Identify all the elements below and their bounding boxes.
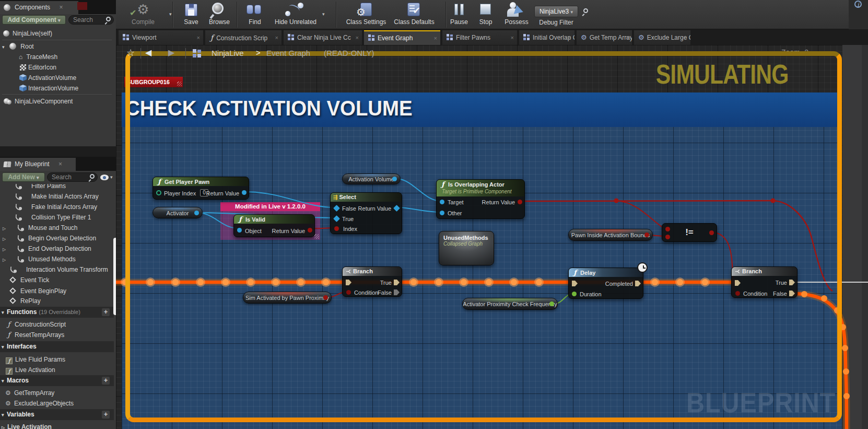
readonly-label: (READ-ONLY): [324, 49, 374, 57]
viewport-icon: [123, 34, 129, 40]
close-icon[interactable]: ×: [275, 30, 278, 45]
chevron-down-icon[interactable]: ▾: [110, 175, 113, 180]
close-icon[interactable]: ×: [626, 30, 629, 45]
expand-icon[interactable]: ▷: [3, 224, 7, 233]
tree-item-ninjalivecomponent[interactable]: NinjaLiveComponent: [0, 96, 114, 107]
add-function-button[interactable]: +: [102, 308, 110, 316]
function-icon: ƒ: [5, 330, 13, 340]
close-icon[interactable]: ×: [434, 31, 437, 45]
tab-initial-overlap[interactable]: Initial Overlap Che×: [519, 30, 574, 45]
close-icon[interactable]: ×: [356, 30, 359, 45]
save-button[interactable]: Save: [180, 2, 203, 26]
hide-unrelated-options-icon[interactable]: ▾: [322, 11, 325, 17]
class-defaults-button[interactable]: ✔ Class Defaults: [392, 2, 437, 26]
section-variables[interactable]: ▾Variables+: [0, 409, 114, 420]
tree-item-root[interactable]: ▾ Root: [0, 41, 114, 52]
visibility-eye-icon[interactable]: [100, 175, 109, 180]
tab-construction-script[interactable]: ƒConstruction Scrip×: [205, 30, 281, 45]
list-item[interactable]: ▷Mouse and Touch: [0, 223, 114, 233]
tree-item-self[interactable]: NinjaLive(self): [0, 28, 114, 39]
pause-button[interactable]: Pause: [444, 2, 474, 26]
section-functions[interactable]: ▾Functions(19 Overridable)+: [0, 307, 114, 318]
add-macro-button[interactable]: +: [102, 377, 110, 385]
browse-button[interactable]: Browse: [206, 2, 233, 26]
forward-arrow-icon[interactable]: ▶: [168, 48, 174, 57]
tab-get-temp-array[interactable]: ⚙Get Temp Array×: [577, 30, 632, 45]
components-search-input[interactable]: Search: [68, 15, 114, 25]
list-item[interactable]: RePlay: [0, 296, 114, 306]
possess-button[interactable]: Possess: [500, 2, 533, 26]
red-indicator: [77, 2, 87, 10]
expand-icon[interactable]: ▷: [3, 245, 7, 254]
info-search-icon[interactable]: i: [854, 1, 862, 8]
myblueprint-tab-row: My Blueprint ×: [0, 157, 116, 171]
debug-object-dropdown[interactable]: NinjaLive3 ▾: [534, 6, 578, 17]
stop-button[interactable]: Stop: [473, 2, 498, 26]
search-icon: [90, 174, 95, 179]
event-icon: [9, 287, 16, 294]
expand-icon[interactable]: ▷: [2, 423, 6, 429]
list-item[interactable]: ▷Unused Methods: [0, 254, 114, 264]
list-item[interactable]: ƒResetTempArrays: [0, 330, 114, 340]
add-new-button[interactable]: Add New ▾: [2, 172, 45, 182]
compile-options-icon[interactable]: ▾: [169, 11, 172, 17]
tree-item-editoricon[interactable]: EditorIcon: [0, 62, 114, 73]
tab-clear-ninja-live[interactable]: Clear Ninja Live Cc×: [284, 30, 362, 45]
spheres-icon2: [7, 100, 11, 105]
list-item[interactable]: Collision Type Filter 1: [0, 212, 114, 223]
close-icon[interactable]: ×: [568, 30, 571, 45]
find-button[interactable]: Find: [242, 2, 267, 26]
close-icon[interactable]: ×: [684, 30, 687, 45]
add-variable-button[interactable]: +: [102, 411, 110, 419]
list-item[interactable]: Filter Pawns: [0, 184, 114, 191]
expand-icon[interactable]: ▷: [3, 234, 7, 244]
list-item[interactable]: ⚙GetTempArray: [0, 388, 114, 398]
divider: [140, 48, 141, 59]
event-graph-canvas[interactable]: CHECK ACTIVATION VOLUME SUBGROUP016 SIMU…: [116, 45, 868, 429]
list-item[interactable]: Event BeginPlay: [0, 286, 114, 296]
list-item[interactable]: ▷Begin Overlap Detection: [0, 233, 114, 244]
myblueprint-list: Filter Pawns Make Initial Actors Array F…: [0, 184, 116, 429]
tree-item-interactionvolume[interactable]: InteractionVolume: [0, 83, 114, 94]
tab-viewport[interactable]: Viewport×: [119, 30, 203, 45]
close-icon[interactable]: ×: [58, 160, 62, 168]
list-item[interactable]: Make Initial Actors Array: [0, 191, 114, 202]
close-icon[interactable]: ×: [511, 30, 514, 45]
list-item[interactable]: Fake Initial Actors Array: [0, 202, 114, 212]
compile-button[interactable]: ⚙✔ Compile: [122, 2, 164, 26]
list-item[interactable]: ▷End Overlap Detection: [0, 244, 114, 254]
components-tab-label: Components: [15, 4, 50, 11]
expand-icon[interactable]: ▷: [3, 255, 7, 264]
debug-search-icon[interactable]: [583, 8, 588, 13]
graph-icon: [15, 214, 22, 221]
tree-item-activationvolume[interactable]: ActivationVolume: [0, 73, 114, 83]
breadcrumb-root[interactable]: NinjaLive: [212, 49, 244, 57]
list-item[interactable]: ⚙ExcludeLargeObjects: [0, 398, 114, 409]
add-component-button[interactable]: Add Component ▾: [2, 15, 66, 25]
expand-icon[interactable]: ▾: [2, 42, 7, 52]
back-arrow-icon[interactable]: ◀: [145, 48, 151, 57]
graph-icon: [17, 224, 24, 231]
favorite-star-icon[interactable]: ☆: [126, 47, 135, 59]
breadcrumb-page[interactable]: Event Graph: [266, 49, 310, 57]
close-icon[interactable]: ×: [197, 30, 200, 45]
variable-category[interactable]: ▷Live Activation: [0, 422, 114, 429]
hide-unrelated-button[interactable]: Hide Unrelated: [271, 2, 321, 26]
tab-filter-pawns[interactable]: Filter Pawns×: [442, 30, 517, 45]
list-item[interactable]: Event Tick: [0, 275, 114, 285]
tree-item-tracemesh[interactable]: ⌂ TraceMesh: [0, 52, 114, 62]
section-macros[interactable]: ▾Macros+: [0, 375, 114, 386]
class-settings-button[interactable]: ⚙ Class Settings: [344, 2, 389, 26]
section-interfaces[interactable]: ▾Interfaces: [0, 341, 114, 352]
tab-components[interactable]: Components ×: [0, 1, 78, 14]
blueprint-icon: [193, 49, 201, 57]
list-item[interactable]: ƒLive Fluid Params: [0, 354, 114, 365]
tab-exclude-large-objects[interactable]: ⚙Exclude Large Obje×: [634, 30, 690, 45]
list-item[interactable]: ƒLive Activation: [0, 365, 114, 375]
myblueprint-search-input[interactable]: Search: [47, 172, 98, 182]
tab-event-graph[interactable]: Event Graph×: [364, 30, 440, 45]
list-item[interactable]: Interaction Volume Transform: [0, 264, 114, 275]
close-icon[interactable]: ×: [59, 4, 63, 11]
tab-my-blueprint[interactable]: My Blueprint ×: [0, 158, 76, 171]
list-item[interactable]: ƒConstructionScript: [0, 319, 114, 330]
